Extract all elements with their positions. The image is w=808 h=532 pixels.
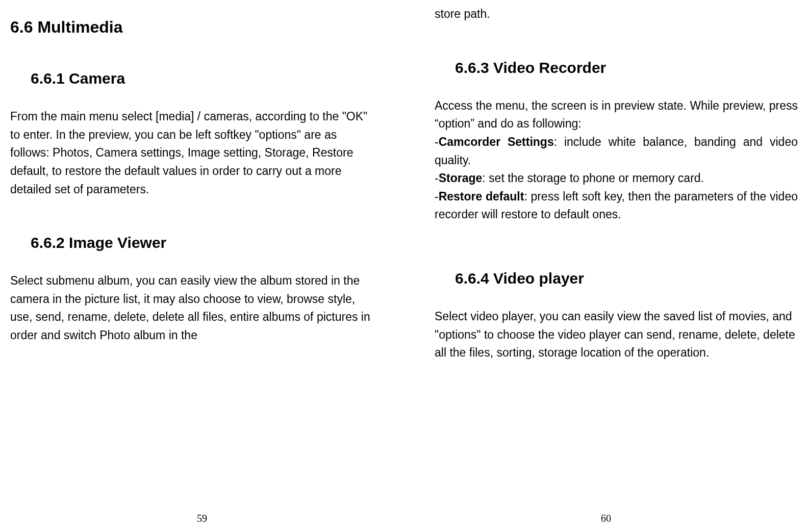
dash-3: - — [435, 190, 439, 203]
storage-text: : set the storage to phone or memory car… — [482, 171, 704, 185]
restore-default-label: Restore default — [439, 190, 524, 203]
camera-description: From the main menu select [media] / came… — [10, 108, 373, 198]
continuation-text: store path. — [435, 5, 798, 23]
video-recorder-description: Access the menu, the screen is in previe… — [435, 97, 798, 224]
page-number-right: 60 — [601, 513, 611, 524]
video-player-description: Select video player, you can easily view… — [435, 308, 798, 362]
subsection-heading-video-player: 6.6.4 Video player — [455, 270, 798, 287]
subsection-heading-camera: 6.6.1 Camera — [31, 70, 373, 87]
subsection-heading-video-recorder: 6.6.3 Video Recorder — [455, 59, 798, 77]
storage-label: Storage — [439, 171, 483, 185]
camcorder-settings-label: Camcorder Settings — [439, 135, 554, 148]
dash-2: - — [435, 171, 439, 185]
subsection-heading-image-viewer: 6.6.2 Image Viewer — [31, 234, 373, 251]
page-number-left: 59 — [197, 513, 207, 524]
left-page: 6.6 Multimedia 6.6.1 Camera From the mai… — [0, 0, 404, 532]
right-page: store path. 6.6.3 Video Recorder Access … — [404, 0, 808, 532]
image-viewer-description: Select submenu album, you can easily vie… — [10, 272, 373, 345]
dash-1: - — [435, 135, 439, 148]
video-recorder-intro: Access the menu, the screen is in previe… — [435, 99, 798, 131]
section-heading-multimedia: 6.6 Multimedia — [10, 18, 373, 37]
